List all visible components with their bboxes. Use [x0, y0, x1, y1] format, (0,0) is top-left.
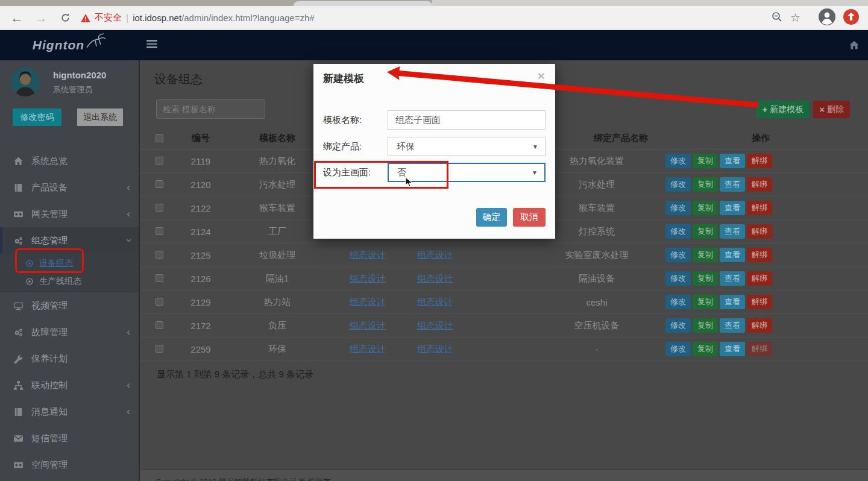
view-button[interactable]: 查看: [720, 248, 745, 262]
zoom-out-icon[interactable]: [771, 11, 783, 25]
template-name-input[interactable]: [388, 110, 546, 130]
config-design-link[interactable]: 组态设计: [350, 250, 386, 261]
copy-button[interactable]: 复制: [693, 177, 718, 192]
sidebar-item-maintenance-plan[interactable]: 保养计划: [0, 345, 139, 372]
cancel-button[interactable]: 取消: [513, 208, 546, 227]
view-button[interactable]: 查看: [720, 318, 745, 333]
view-button[interactable]: 查看: [720, 201, 745, 215]
logout-button[interactable]: 退出系统: [77, 108, 123, 126]
sidebar-item-gateway-mgmt[interactable]: 网关管理‹: [0, 201, 139, 227]
row-name: 负压: [229, 314, 326, 337]
home-icon[interactable]: [849, 40, 860, 53]
browser-tab[interactable]: [294, 1, 432, 6]
copy-button[interactable]: 复制: [693, 154, 718, 168]
change-password-button[interactable]: 修改密码: [13, 108, 61, 126]
view-button[interactable]: 查看: [720, 295, 745, 309]
row-checkbox[interactable]: [156, 204, 163, 212]
view-button[interactable]: 查看: [720, 154, 745, 168]
row-checkbox[interactable]: [156, 298, 163, 306]
forward-icon[interactable]: →: [29, 6, 53, 30]
config-design-link[interactable]: 组态设计: [350, 273, 386, 285]
unbind-button[interactable]: 解绑: [747, 154, 772, 168]
copy-button[interactable]: 复制: [693, 295, 718, 309]
copy-button[interactable]: 复制: [693, 224, 718, 239]
reload-icon[interactable]: [53, 12, 77, 24]
bind-product-select[interactable]: 环保 ▼: [388, 137, 546, 156]
unbind-button[interactable]: 解绑: [747, 342, 772, 356]
sidebar-item-production-line-config[interactable]: 生产线组态: [0, 272, 139, 291]
close-icon[interactable]: ×: [538, 69, 545, 82]
profile-avatar-icon[interactable]: [819, 8, 835, 28]
copy-button[interactable]: 复制: [693, 248, 718, 262]
search-input[interactable]: [156, 99, 265, 119]
view-button[interactable]: 查看: [720, 224, 745, 239]
unbind-button[interactable]: 解绑: [747, 201, 772, 215]
copy-button[interactable]: 复制: [693, 201, 718, 215]
new-template-button[interactable]: +新建模板: [756, 101, 810, 118]
modify-button[interactable]: 修改: [665, 201, 691, 215]
confirm-button[interactable]: 确定: [476, 208, 507, 227]
user-avatar[interactable]: [11, 68, 40, 96]
config-design-link[interactable]: 组态设计: [417, 250, 453, 261]
modify-button[interactable]: 修改: [665, 248, 691, 262]
unbind-button[interactable]: 解绑: [747, 271, 772, 286]
copy-button[interactable]: 复制: [693, 318, 718, 333]
modify-button[interactable]: 修改: [665, 271, 691, 286]
row-id: 2124: [172, 220, 229, 243]
column-header-name[interactable]: 模板名称: [229, 128, 326, 149]
view-button[interactable]: 查看: [720, 177, 745, 192]
unbind-button[interactable]: 解绑: [747, 177, 772, 192]
modify-button[interactable]: 修改: [665, 342, 691, 356]
config-design-link[interactable]: 组态设计: [417, 320, 453, 332]
envelope-icon: [13, 433, 24, 444]
sidebar-toggle-icon[interactable]: [146, 40, 157, 50]
main-screen-select[interactable]: 否 ▼: [388, 163, 546, 182]
row-checkbox[interactable]: [156, 321, 163, 329]
modify-button[interactable]: 修改: [665, 177, 691, 192]
back-icon[interactable]: ←: [5, 6, 29, 30]
sidebar-item-message-notify[interactable]: 消息通知‹: [0, 398, 139, 425]
sidebar-item-linkage-control[interactable]: 联动控制‹: [0, 372, 139, 398]
sidebar-item-fault-mgmt[interactable]: 故障管理‹: [0, 319, 139, 345]
config-design-link[interactable]: 组态设计: [417, 297, 453, 308]
row-checkbox[interactable]: [156, 251, 163, 259]
address-bar[interactable]: 不安全 | iot.idosp.net/admin/index.html?lan…: [81, 12, 315, 24]
sitemap-icon: [13, 380, 24, 391]
row-checkbox[interactable]: [156, 227, 163, 235]
view-button[interactable]: 查看: [720, 271, 745, 286]
sidebar-item-sms-mgmt[interactable]: 短信管理: [0, 425, 139, 451]
sidebar-item-product-device[interactable]: 产品设备‹: [0, 174, 139, 201]
config-design-link[interactable]: 组态设计: [350, 320, 386, 332]
select-all-checkbox[interactable]: [156, 134, 163, 142]
row-checkbox[interactable]: [156, 157, 163, 165]
column-header-id[interactable]: 编号: [172, 128, 229, 149]
config-design-link[interactable]: 组态设计: [417, 273, 453, 285]
unbind-button[interactable]: 解绑: [747, 318, 772, 333]
sidebar-item-space-mgmt[interactable]: 空间管理: [0, 451, 139, 478]
browser-update-icon[interactable]: [843, 8, 860, 28]
sidebar-item-system-overview[interactable]: 系统总览: [0, 148, 139, 174]
row-checkbox[interactable]: [156, 180, 163, 188]
unbind-button[interactable]: 解绑: [747, 248, 772, 262]
modify-button[interactable]: 修改: [665, 295, 691, 309]
row-checkbox[interactable]: [156, 345, 163, 353]
config-design-link[interactable]: 组态设计: [350, 297, 386, 308]
delete-button[interactable]: ×删除: [813, 101, 850, 118]
copy-button[interactable]: 复制: [693, 271, 718, 286]
space-icon: [13, 460, 24, 470]
modify-button[interactable]: 修改: [665, 224, 691, 239]
modify-button[interactable]: 修改: [665, 318, 691, 333]
x-icon: ×: [819, 104, 825, 115]
unbind-button[interactable]: 解绑: [747, 295, 772, 309]
modify-button[interactable]: 修改: [665, 154, 691, 168]
sidebar-item-config-mgmt[interactable]: 组态管理‹: [0, 227, 139, 254]
config-design-link[interactable]: 组态设计: [350, 344, 386, 355]
bookmark-star-icon[interactable]: ☆: [790, 6, 800, 30]
unbind-button[interactable]: 解绑: [747, 224, 772, 239]
config-design-link[interactable]: 组态设计: [417, 344, 453, 355]
row-checkbox[interactable]: [156, 274, 163, 282]
sidebar-item-device-config[interactable]: 设备组态: [0, 254, 139, 272]
sidebar-item-video-mgmt[interactable]: 视频管理: [0, 292, 139, 319]
view-button[interactable]: 查看: [720, 342, 745, 356]
copy-button[interactable]: 复制: [693, 342, 718, 356]
